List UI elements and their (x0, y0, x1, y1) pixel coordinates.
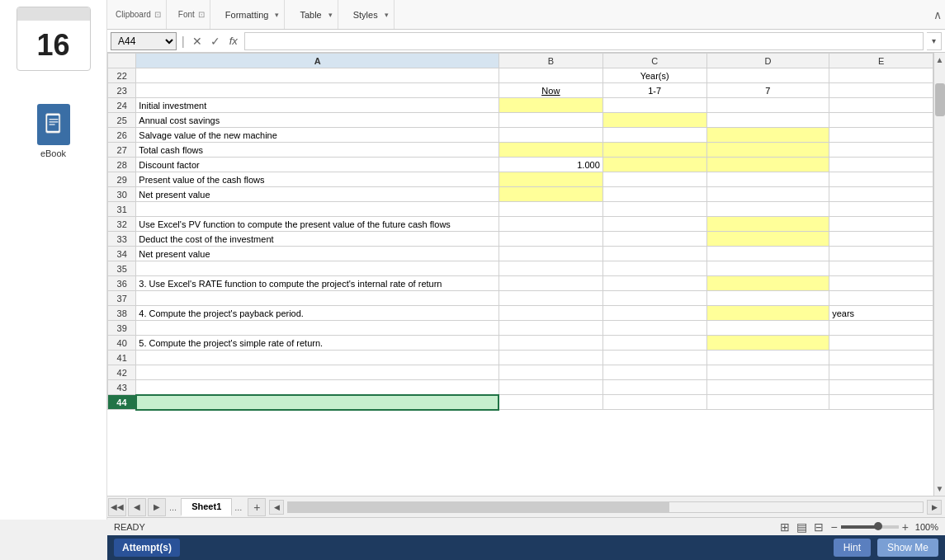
cell-B26[interactable] (498, 128, 602, 143)
tab-dots-right[interactable]: ... (232, 502, 244, 512)
cell-C32[interactable] (602, 217, 706, 232)
cell-B37[interactable] (498, 291, 602, 306)
cell-E25[interactable] (829, 113, 933, 128)
table-group[interactable]: Table ▾ (291, 0, 338, 29)
formatting-arrow[interactable]: ▾ (275, 11, 279, 19)
cell-B34[interactable] (498, 247, 602, 261)
cell-D39[interactable] (706, 321, 829, 336)
zoom-plus-btn[interactable]: + (902, 520, 909, 534)
cell-C34[interactable] (602, 247, 706, 261)
cell-D42[interactable] (706, 365, 829, 380)
cell-C31[interactable] (602, 202, 706, 217)
cell-C22[interactable]: Year(s) (602, 68, 706, 83)
cell-C33[interactable] (602, 232, 706, 247)
cell-B44[interactable] (498, 395, 602, 410)
cell-A31[interactable] (136, 202, 499, 217)
cell-E44[interactable] (829, 395, 933, 410)
cell-A27[interactable]: Total cash flows (136, 143, 499, 158)
cell-D23[interactable]: 7 (706, 83, 829, 98)
cell-C26[interactable] (602, 128, 706, 143)
cell-A43[interactable] (136, 380, 499, 395)
cell-C42[interactable] (602, 365, 706, 380)
cell-E33[interactable] (829, 232, 933, 247)
cell-B40[interactable] (498, 336, 602, 351)
cell-D32[interactable] (706, 217, 829, 232)
cell-B24[interactable] (498, 98, 602, 113)
cell-D43[interactable] (706, 380, 829, 395)
cell-A42[interactable] (136, 365, 499, 380)
cell-D29[interactable] (706, 172, 829, 187)
cell-D28[interactable] (706, 158, 829, 172)
cell-C36[interactable] (602, 276, 706, 291)
collapse-icon[interactable]: ∧ (933, 8, 942, 21)
formatting-group[interactable]: Formatting ▾ (217, 0, 286, 29)
cell-E28[interactable] (829, 158, 933, 172)
cell-B22[interactable] (498, 68, 602, 83)
cell-A28[interactable]: Discount factor (136, 158, 499, 172)
cell-A34[interactable]: Net present value (136, 247, 499, 261)
cell-E43[interactable] (829, 380, 933, 395)
cell-B42[interactable] (498, 365, 602, 380)
cell-B31[interactable] (498, 202, 602, 217)
scroll-down-arrow[interactable]: ▼ (933, 482, 945, 496)
cell-E39[interactable] (829, 321, 933, 336)
cell-E42[interactable] (829, 365, 933, 380)
cell-A26[interactable]: Salvage value of the new machine (136, 128, 499, 143)
cell-B32[interactable] (498, 217, 602, 232)
cell-A24[interactable]: Initial investment (136, 98, 499, 113)
scroll-thumb[interactable] (935, 83, 945, 116)
cell-B39[interactable] (498, 321, 602, 336)
cell-A22[interactable] (136, 68, 499, 83)
cell-C27[interactable] (602, 143, 706, 158)
cell-E23[interactable] (829, 83, 933, 98)
cell-B43[interactable] (498, 380, 602, 395)
add-sheet-btn[interactable]: + (248, 498, 266, 516)
cell-C40[interactable] (602, 336, 706, 351)
col-header-A[interactable]: A (136, 54, 499, 68)
tab-next-btn[interactable]: ▶ (148, 498, 166, 516)
tab-prev-first-btn[interactable]: ◀◀ (108, 498, 126, 516)
grid-view-icon[interactable]: ⊞ (780, 520, 790, 534)
cell-B41[interactable] (498, 351, 602, 365)
col-header-C[interactable]: C (602, 54, 706, 68)
cell-A30[interactable]: Net present value (136, 187, 499, 202)
cell-E27[interactable] (829, 143, 933, 158)
zoom-slider-thumb[interactable] (874, 522, 882, 530)
hscroll-left-btn[interactable]: ◀ (269, 500, 284, 515)
vertical-scrollbar[interactable]: ▲ ▼ (933, 53, 945, 496)
styles-dropdown[interactable]: Styles (350, 8, 381, 21)
formula-input[interactable] (244, 32, 924, 50)
cell-D24[interactable] (706, 98, 829, 113)
ribbon-collapse[interactable]: ∧ (933, 8, 942, 21)
cell-B33[interactable] (498, 232, 602, 247)
confirm-formula-btn[interactable]: ✓ (208, 35, 223, 48)
page-layout-icon[interactable]: ▤ (796, 520, 807, 534)
cell-D33[interactable] (706, 232, 829, 247)
scroll-up-arrow[interactable]: ▲ (933, 53, 945, 67)
cancel-formula-btn[interactable]: ✕ (190, 35, 205, 48)
cell-A40[interactable]: 5. Compute the project's simple rate of … (136, 336, 499, 351)
cell-A33[interactable]: Deduct the cost of the investment (136, 232, 499, 247)
cell-E32[interactable] (829, 217, 933, 232)
cell-E30[interactable] (829, 187, 933, 202)
cell-C39[interactable] (602, 321, 706, 336)
cell-A39[interactable] (136, 321, 499, 336)
cell-A37[interactable] (136, 291, 499, 306)
cell-B38[interactable] (498, 306, 602, 321)
cell-D41[interactable] (706, 351, 829, 365)
formatting-dropdown[interactable]: Formatting (222, 8, 272, 21)
cell-D37[interactable] (706, 291, 829, 306)
cell-C29[interactable] (602, 172, 706, 187)
cell-E34[interactable] (829, 247, 933, 261)
table-dropdown[interactable]: Table (296, 8, 324, 21)
cell-A44[interactable] (136, 395, 499, 410)
cell-B23[interactable]: Now (498, 83, 602, 98)
col-header-E[interactable]: E (829, 54, 933, 68)
cell-D44[interactable] (706, 395, 829, 410)
cell-D34[interactable] (706, 247, 829, 261)
ebook-item[interactable]: eBook (37, 104, 70, 158)
cell-E31[interactable] (829, 202, 933, 217)
zoom-minus-btn[interactable]: − (830, 520, 837, 534)
col-header-B[interactable]: B (498, 54, 602, 68)
styles-group[interactable]: Styles ▾ (345, 0, 395, 29)
